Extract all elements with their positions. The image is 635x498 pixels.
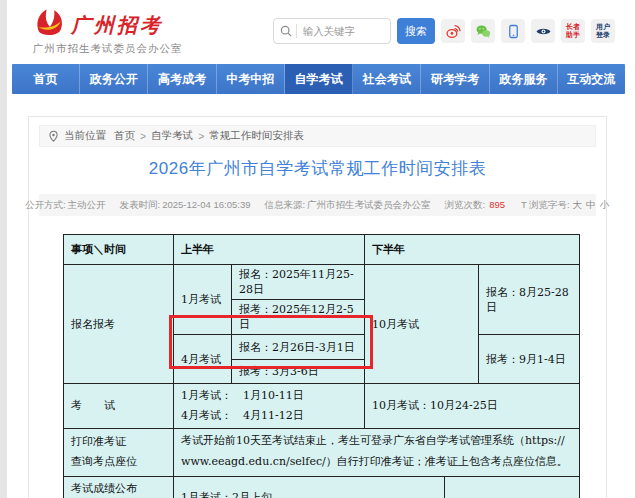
elder-badge-line1: 长者 bbox=[566, 23, 580, 31]
login-badge-line1: 用户 bbox=[596, 23, 610, 31]
meta-source-label: 信息来源: bbox=[264, 199, 305, 212]
main-nav: 首页 政务公开 高考成考 中考中招 自学考试 社会考试 研考学考 政务服务 互动… bbox=[12, 64, 625, 94]
window-edge-strip bbox=[0, 0, 7, 498]
cell-apr-register: 报考：3月3-6日 bbox=[232, 360, 365, 384]
breadcrumb-label: 当前位置 bbox=[64, 129, 106, 143]
cell-results-label: 考试成绩公布 （省自考管理系统） bbox=[64, 476, 174, 498]
search-divider bbox=[296, 24, 297, 38]
cell-exam-first-half: 1月考试： 1月10-11日 4月考试： 4月11-12日 bbox=[174, 384, 365, 429]
results-label-line1: 考试成绩公布 bbox=[71, 479, 166, 498]
cell-oct-exam: 10月考试 bbox=[365, 265, 479, 384]
brand-subtitle: 广州市招生考试委员会办公室 bbox=[33, 42, 183, 56]
meta-method-value: 主动公开 bbox=[68, 199, 106, 212]
search-icon bbox=[280, 25, 292, 37]
ticket-label-line1: 打印准考证 bbox=[71, 432, 166, 452]
user-login-button[interactable]: 用户 登录 bbox=[591, 19, 615, 43]
content-panel: 当前位置 首页 > 自学考试 > 常规工作时间安排表 2026年广州市自学考试常… bbox=[28, 116, 607, 498]
th-second-half: 下半年 bbox=[365, 235, 580, 265]
exam-jan-dates: 1月考试： 1月10-11日 bbox=[181, 386, 357, 406]
wechat-icon bbox=[475, 23, 492, 40]
article-meta-bar: 公开方式: 主动公开 发表时间: 2025-12-04 16:05:39 信息来… bbox=[39, 194, 596, 216]
search-input[interactable] bbox=[303, 25, 384, 37]
elder-badge-line2: 助手 bbox=[566, 31, 580, 39]
accessibility-eye-icon bbox=[535, 23, 552, 40]
nav-item-interaction[interactable]: 互动交流 bbox=[558, 64, 625, 94]
nav-item-gov-info[interactable]: 政务公开 bbox=[80, 64, 148, 94]
breadcrumb: 当前位置 首页 > 自学考试 > 常规工作时间安排表 bbox=[39, 125, 596, 147]
cell-jan-signup: 报名：2025年11月25-28日 bbox=[232, 265, 365, 300]
meta-views-label: 浏览次数: bbox=[445, 199, 486, 212]
cell-exam-second-half: 10月考试：10月24-25日 bbox=[365, 384, 580, 429]
wechat-link[interactable] bbox=[471, 19, 495, 43]
accessibility-link[interactable] bbox=[531, 19, 555, 43]
breadcrumb-self-study[interactable]: 自学考试 bbox=[151, 129, 193, 143]
cell-jan-register: 报考：2025年12月2-5日 bbox=[232, 300, 365, 335]
mobile-icon bbox=[506, 24, 521, 39]
meta-method-label: 公开方式: bbox=[25, 199, 66, 212]
nav-item-zhongkao[interactable]: 中考中招 bbox=[217, 64, 285, 94]
meta-time-label: 发表时间: bbox=[120, 199, 161, 212]
exam-apr-dates: 4月考试： 4月11-12日 bbox=[181, 406, 357, 426]
nav-item-gov-services[interactable]: 政务服务 bbox=[490, 64, 558, 94]
meta-views-count: 895 bbox=[489, 199, 505, 212]
cell-ticket-label: 打印准考证 查询考点座位 bbox=[64, 428, 174, 476]
meta-source-value: 广州市招生考试委员会办公室 bbox=[307, 199, 431, 212]
cell-apr-exam: 4月考试 bbox=[174, 335, 232, 384]
search-box bbox=[273, 18, 391, 44]
cell-apr-signup: 报名：2月26日-3月1日 bbox=[232, 335, 365, 360]
cell-oct-signup: 报名：8月25-28日 bbox=[479, 265, 580, 335]
fontsize-label: 浏览字号: bbox=[529, 199, 570, 212]
th-item-time: 事项＼时间 bbox=[64, 235, 174, 265]
cell-exam-label: 考 试 bbox=[64, 384, 174, 429]
breadcrumb-separator: > bbox=[140, 130, 146, 142]
cell-jan-exam: 1月考试 bbox=[174, 265, 232, 335]
nav-item-home[interactable]: 首页 bbox=[12, 64, 80, 94]
mobile-site-link[interactable] bbox=[501, 19, 525, 43]
meta-time-value: 2025-12-04 16:05:39 bbox=[162, 199, 250, 212]
fontsize-small-button[interactable]: 小 bbox=[600, 199, 610, 212]
breadcrumb-current-page[interactable]: 常规工作时间安排表 bbox=[209, 129, 304, 143]
cell-results-second-half: 10月考试：11月中旬 bbox=[445, 476, 580, 498]
cell-results-first-half: 1月考试：2月上旬 4月考试：5月中旬 bbox=[174, 476, 445, 498]
schedule-table-wrap: 事项＼时间 上半年 下半年 报名报考 1月考试 报名：2025年11月25-28… bbox=[63, 234, 583, 498]
page-title: 2026年广州市自学考试常规工作时间安排表 bbox=[29, 157, 606, 180]
nav-item-social-exam[interactable]: 社会考试 bbox=[353, 64, 421, 94]
search-button[interactable]: 搜索 bbox=[397, 18, 435, 44]
fontsize-t-icon: T bbox=[521, 199, 527, 212]
fontsize-large-button[interactable]: 大 bbox=[573, 199, 583, 212]
login-badge-line2: 登录 bbox=[596, 31, 610, 39]
weibo-link[interactable] bbox=[441, 19, 465, 43]
location-pin-icon bbox=[48, 130, 59, 143]
site-header: 广州招考 广州市招生考试委员会办公室 搜索 bbox=[0, 0, 635, 62]
weibo-icon bbox=[445, 23, 462, 40]
nav-item-self-study-exam[interactable]: 自学考试 bbox=[285, 64, 353, 94]
site-logo[interactable]: 广州招考 广州市招生考试委员会办公室 bbox=[33, 7, 183, 56]
fontsize-medium-button[interactable]: 中 bbox=[586, 199, 596, 212]
breadcrumb-separator: > bbox=[198, 130, 204, 142]
cell-oct-register: 报考：9月1-4日 bbox=[479, 335, 580, 384]
nav-item-gaokao[interactable]: 高考成考 bbox=[148, 64, 216, 94]
cell-registration-label: 报名报考 bbox=[64, 265, 174, 384]
brand-name: 广州招考 bbox=[71, 15, 163, 37]
elder-mode-button[interactable]: 长者 助手 bbox=[561, 19, 585, 43]
cell-ticket-content: 考试开始前10天至考试结束止，考生可登录广东省自学考试管理系统（https://… bbox=[174, 428, 580, 476]
breadcrumb-home[interactable]: 首页 bbox=[114, 129, 135, 143]
ticket-label-line2: 查询考点座位 bbox=[71, 452, 166, 472]
th-first-half: 上半年 bbox=[174, 235, 365, 265]
kapok-flower-icon bbox=[33, 7, 67, 37]
results-jan: 1月考试：2月上旬 bbox=[181, 488, 437, 498]
schedule-table: 事项＼时间 上半年 下半年 报名报考 1月考试 报名：2025年11月25-28… bbox=[63, 234, 580, 498]
nav-item-postgrad-exam[interactable]: 研考学考 bbox=[421, 64, 489, 94]
